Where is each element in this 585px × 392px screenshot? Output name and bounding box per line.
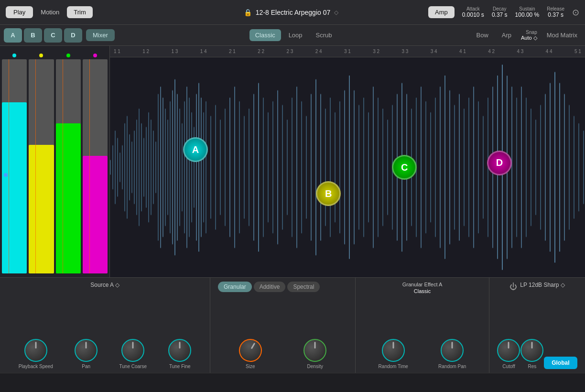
svg-rect-27 — [172, 90, 173, 244]
channel-strip-b — [29, 50, 54, 273]
pad-d-button[interactable]: D — [64, 28, 82, 43]
play-button[interactable]: Play — [6, 6, 33, 18]
fader-a[interactable] — [2, 59, 27, 273]
granular-tab[interactable]: Granular — [218, 282, 252, 292]
fader-d[interactable] — [83, 59, 108, 273]
lock-icon: 🔒 — [244, 9, 252, 16]
playback-speed-knob[interactable] — [24, 339, 47, 362]
svg-rect-69 — [339, 101, 340, 233]
svg-rect-47 — [234, 87, 235, 248]
svg-rect-4 — [117, 138, 118, 197]
source-knobs-row: Playback Speed Pan Tune Coarse Tune Fine — [8, 292, 202, 369]
sample-name: 12-8 Electric Arpeggio 07 — [256, 9, 330, 16]
svg-rect-19 — [153, 131, 154, 204]
waveform-svg — [110, 57, 585, 277]
snap-label: Snap — [526, 30, 537, 35]
global-group: Global — [544, 355, 577, 369]
size-knob[interactable] — [235, 335, 266, 366]
svg-rect-79 — [387, 120, 388, 215]
trim-button[interactable]: Trim — [67, 6, 93, 18]
svg-rect-93 — [454, 105, 455, 230]
svg-rect-96 — [468, 98, 469, 237]
marker-c[interactable]: C — [392, 155, 417, 180]
waveform-area[interactable]: 1 1 1 2 1 3 1 4 2 1 2 2 2 3 2 4 3 1 3 2 … — [110, 46, 585, 277]
svg-rect-17 — [148, 112, 149, 222]
ruler-mark-12: 1 2 — [142, 49, 149, 54]
amp-button[interactable]: Amp — [428, 6, 455, 18]
top-bar-right: Amp Attack 0.0010 s Decay 0.37 s Sustain… — [428, 6, 579, 18]
svg-rect-46 — [229, 98, 230, 237]
fader-c[interactable] — [56, 59, 81, 273]
bow-button[interactable]: Bow — [472, 29, 492, 41]
tune-coarse-knob[interactable] — [121, 339, 144, 362]
channel-strip-c — [56, 50, 81, 273]
svg-rect-106 — [516, 98, 517, 237]
mixer-button[interactable]: Mixer — [86, 29, 115, 41]
svg-rect-0 — [110, 57, 585, 277]
svg-rect-26 — [170, 101, 171, 233]
arp-button[interactable]: Arp — [498, 29, 515, 41]
svg-rect-37 — [196, 94, 197, 241]
svg-rect-112 — [545, 94, 546, 241]
svg-rect-22 — [160, 87, 161, 248]
density-knob[interactable] — [303, 339, 326, 362]
svg-rect-13 — [139, 109, 140, 226]
sample-chevron-icon[interactable]: ◇ — [334, 9, 338, 16]
channel-strip-a — [2, 50, 27, 273]
random-pan-knob[interactable] — [441, 339, 464, 362]
svg-rect-120 — [583, 131, 584, 204]
release-label: Release — [547, 6, 564, 11]
marker-a[interactable]: A — [183, 137, 208, 162]
scrub-tab[interactable]: Scrub — [310, 29, 338, 41]
synth-tabs: Granular Additive Spectral — [218, 282, 347, 292]
svg-rect-7 — [124, 123, 125, 211]
svg-rect-6 — [122, 145, 123, 189]
svg-rect-32 — [184, 101, 185, 233]
marker-d[interactable]: D — [487, 151, 512, 175]
svg-rect-29 — [177, 94, 178, 241]
svg-rect-95 — [464, 109, 465, 226]
ruler: 1 1 1 2 1 3 1 4 2 1 2 2 2 3 2 4 3 1 3 2 … — [110, 46, 585, 57]
svg-rect-40 — [203, 112, 204, 222]
svg-rect-117 — [569, 105, 570, 230]
pad-a-button[interactable]: A — [4, 28, 22, 43]
cutoff-knob[interactable] — [497, 339, 520, 362]
motion-button[interactable]: Motion — [35, 6, 65, 18]
main-area: 1 1 1 2 1 3 1 4 2 1 2 2 2 3 2 4 3 1 3 2 … — [0, 46, 585, 277]
svg-rect-50 — [249, 109, 249, 226]
ruler-mark-31: 3 1 — [344, 49, 351, 54]
fader-fill-d — [83, 156, 108, 273]
svg-rect-49 — [244, 116, 245, 219]
pad-c-button[interactable]: C — [44, 28, 62, 43]
pad-b-button[interactable]: B — [24, 28, 42, 43]
more-button[interactable]: ⊙ — [572, 7, 579, 18]
snap-value[interactable]: Auto ◇ — [521, 35, 537, 41]
source-panel: Source A ◇ Playback Speed Pan Tune Coars… — [0, 278, 210, 373]
power-button[interactable]: ⏻ — [509, 283, 517, 291]
svg-rect-73 — [358, 105, 359, 230]
tune-fine-knob[interactable] — [168, 339, 191, 362]
playhead-a — [9, 59, 9, 273]
density-label: Density — [307, 364, 323, 369]
top-bar: Play Motion Trim 🔒 12-8 Electric Arpeggi… — [0, 0, 585, 25]
marker-b[interactable]: B — [316, 181, 341, 206]
spectral-tab[interactable]: Spectral — [287, 282, 320, 292]
fader-b[interactable] — [29, 59, 54, 273]
filter-title-text[interactable]: LP 12dB Sharp ◇ — [520, 282, 565, 288]
filter-panel: ⏻ LP 12dB Sharp ◇ Cutoff Res Global — [489, 278, 585, 373]
classic-tab[interactable]: Classic — [249, 29, 281, 41]
svg-rect-28 — [174, 79, 175, 255]
res-knob[interactable] — [520, 339, 543, 362]
mod-matrix-button[interactable]: Mod Matrix — [543, 29, 581, 41]
global-button[interactable]: Global — [544, 357, 577, 369]
pan-knob[interactable] — [75, 339, 98, 362]
random-time-knob[interactable] — [382, 339, 405, 362]
playback-speed-label: Playback Speed — [19, 364, 53, 369]
source-title-text[interactable]: Source A ◇ — [90, 282, 119, 288]
svg-rect-114 — [554, 72, 555, 263]
loop-tab[interactable]: Loop — [283, 29, 308, 41]
additive-tab[interactable]: Additive — [254, 282, 286, 292]
ruler-mark-11: 1 1 — [114, 49, 120, 54]
ruler-mark-32: 3 2 — [373, 49, 379, 54]
svg-rect-63 — [311, 94, 312, 241]
